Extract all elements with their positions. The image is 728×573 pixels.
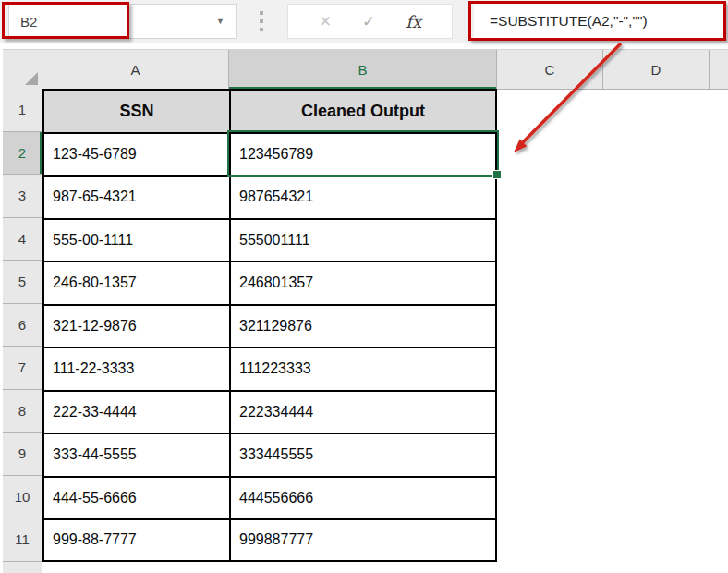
insert-function-icon[interactable]: fx	[406, 12, 421, 31]
row-header-8[interactable]: 8	[3, 390, 42, 433]
column-header-B[interactable]: B	[229, 50, 497, 89]
chevron-down-icon[interactable]: ▼	[216, 17, 224, 26]
cell-A3[interactable]: 987-65-4321	[42, 175, 229, 218]
row-1: 1SSNCleaned Output	[3, 89, 497, 132]
column-header-D[interactable]: D	[603, 50, 710, 89]
formula-toolbar: B2 ▼ ✕ ✓ fx =SUBSTITUTE(A2,"-","")	[0, 0, 728, 43]
row-4: 4555-00-1111555001111	[3, 218, 497, 262]
row-header-5[interactable]: 5	[3, 261, 42, 304]
cell-B9[interactable]: 333445555	[229, 433, 497, 476]
cell-A2[interactable]: 123-45-6789	[42, 132, 229, 176]
row-8: 8222-33-4444222334444	[3, 390, 497, 433]
cell-A5[interactable]: 246-80-1357	[42, 261, 229, 304]
cell-A9[interactable]: 333-44-5555	[42, 433, 229, 476]
row-header-12-partial[interactable]	[3, 562, 42, 573]
cell-B10[interactable]: 444556666	[229, 476, 497, 519]
row-7: 7111-22-3333111223333	[3, 347, 497, 390]
row-header-2[interactable]: 2	[3, 132, 42, 176]
row-header-11[interactable]: 11	[3, 518, 42, 562]
cell-B11[interactable]: 999887777	[229, 518, 497, 562]
cell-B8[interactable]: 222334444	[229, 390, 497, 433]
row-header-3[interactable]: 3	[3, 175, 42, 218]
cell-B3[interactable]: 987654321	[229, 175, 497, 218]
row-header-4[interactable]: 4	[3, 218, 42, 262]
cell-B4[interactable]: 555001111	[229, 218, 497, 262]
row-10: 10444-55-6666444556666	[3, 476, 497, 519]
row-header-1[interactable]: 1	[3, 89, 42, 132]
row-6: 6321-12-9876321129876	[3, 304, 497, 347]
spreadsheet-grid: ABCD 1SSNCleaned Output2123-45-678912345…	[0, 43, 728, 573]
annotation-rect-formula	[468, 1, 726, 41]
row-header-7[interactable]: 7	[3, 347, 42, 390]
row-9: 9333-44-5555333445555	[3, 433, 497, 476]
cell-B6[interactable]: 321129876	[229, 304, 497, 347]
column-header-A[interactable]: A	[42, 50, 229, 89]
row-11: 11999-88-7777999887777	[3, 518, 497, 562]
cancel-icon[interactable]: ✕	[319, 12, 332, 31]
row-3: 3987-65-4321987654321	[3, 175, 497, 218]
cell-B7[interactable]: 111223333	[229, 347, 497, 390]
cell-A4[interactable]: 555-00-1111	[42, 218, 229, 262]
enter-icon[interactable]: ✓	[362, 12, 375, 31]
cell-A10[interactable]: 444-55-6666	[42, 476, 229, 519]
formula-buttons-group: ✕ ✓ fx	[287, 4, 453, 39]
rows-container: 1SSNCleaned Output2123-45-67891234567893…	[3, 89, 497, 562]
cell-B1[interactable]: Cleaned Output	[229, 89, 497, 132]
row-5: 5246-80-1357246801357	[3, 261, 497, 304]
column-header-row: ABCD	[3, 49, 728, 90]
row-header-10[interactable]: 10	[3, 476, 42, 519]
cell-B2[interactable]: 123456789	[229, 132, 497, 176]
cell-A8[interactable]: 222-33-4444	[42, 390, 229, 433]
column-header-C[interactable]: C	[497, 50, 603, 89]
cell-A7[interactable]: 111-22-3333	[42, 347, 229, 390]
cell-A6[interactable]: 321-12-9876	[42, 304, 229, 347]
select-all-corner[interactable]	[3, 50, 42, 89]
cell-A11[interactable]: 999-88-7777	[42, 518, 229, 562]
toolbar-separator	[260, 11, 263, 31]
select-all-triangle-icon	[25, 72, 38, 85]
cell-A1[interactable]: SSN	[42, 89, 229, 132]
row-2: 2123-45-6789123456789	[3, 132, 497, 176]
column-header-filler	[710, 50, 728, 89]
annotation-rect-namebox	[2, 2, 129, 39]
cell-B5[interactable]: 246801357	[229, 261, 497, 304]
row-12-partial	[3, 562, 42, 573]
row-header-6[interactable]: 6	[3, 304, 42, 347]
row-header-9[interactable]: 9	[3, 433, 42, 476]
